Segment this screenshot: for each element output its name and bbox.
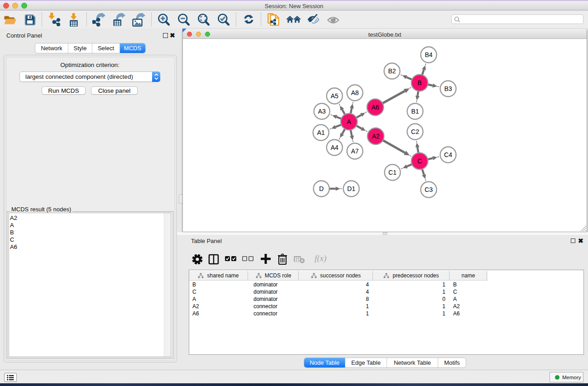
svg-text:C3: C3 <box>425 186 433 193</box>
svg-text:A4: A4 <box>330 144 338 151</box>
svg-text:A5: A5 <box>330 92 338 100</box>
svg-text:C1: C1 <box>388 169 397 176</box>
svg-text:D: D <box>319 185 324 192</box>
svg-text:B: B <box>417 79 421 86</box>
svg-text:A7: A7 <box>351 148 359 155</box>
svg-text:A2: A2 <box>372 133 379 140</box>
svg-text:A1: A1 <box>317 129 325 136</box>
svg-text:A8: A8 <box>351 89 359 96</box>
svg-text:A: A <box>347 118 351 125</box>
svg-text:B4: B4 <box>425 51 432 58</box>
svg-text:B2: B2 <box>388 67 396 75</box>
svg-text:C2: C2 <box>411 128 419 135</box>
svg-text:B3: B3 <box>444 85 452 92</box>
svg-text:A3: A3 <box>318 108 325 115</box>
svg-text:C: C <box>417 157 422 165</box>
svg-text:D1: D1 <box>347 185 355 192</box>
svg-text:B1: B1 <box>411 108 419 115</box>
svg-text:A6: A6 <box>371 104 379 111</box>
svg-text:C4: C4 <box>444 151 452 158</box>
